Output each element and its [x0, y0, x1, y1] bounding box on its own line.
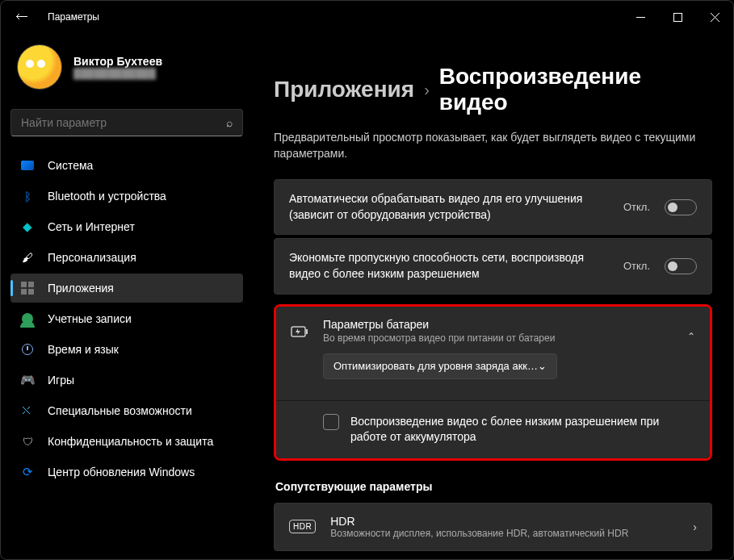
accessibility-icon: ⛌	[20, 403, 35, 418]
sync-icon: ⟳	[20, 465, 35, 479]
breadcrumb-parent[interactable]: Приложения	[274, 77, 414, 102]
nav-item-accounts[interactable]: Учетные записи	[10, 304, 243, 333]
setting-save-bandwidth: Экономьте пропускную способность сети, в…	[274, 238, 712, 294]
setting-label: Экономьте пропускную способность сети, в…	[289, 250, 609, 282]
toggle-state-text: Откл.	[623, 201, 650, 213]
page-description: Предварительный просмотр показывает, как…	[274, 130, 712, 161]
nav-list: Система ᛒBluetooth и устройства ◆Сеть и …	[10, 151, 243, 487]
battery-options-header[interactable]: Параметры батареи Во время просмотра вид…	[276, 307, 710, 384]
dropdown-value: Оптимизировать для уровня заряда акк…	[333, 360, 538, 372]
nav-item-windows-update[interactable]: ⟳Центр обновления Windows	[10, 458, 243, 487]
toggle-state-text: Откл.	[623, 260, 650, 272]
nav-item-bluetooth[interactable]: ᛒBluetooth и устройства	[10, 182, 243, 211]
chevron-right-icon: ›	[693, 520, 697, 533]
search-icon: ⌕	[226, 116, 233, 129]
nav-item-time-language[interactable]: Время и язык	[10, 335, 243, 364]
chevron-up-icon[interactable]: ⌃	[687, 318, 695, 342]
profile-name: Виктор Бухтеев	[73, 55, 162, 68]
apps-icon	[20, 281, 35, 295]
hdr-title: HDR	[330, 515, 678, 528]
toggle-save-bandwidth[interactable]	[665, 258, 697, 274]
clock-icon	[20, 342, 35, 357]
brush-icon: 🖌	[20, 250, 35, 265]
nav-item-accessibility[interactable]: ⛌Специальные возможности	[10, 396, 243, 425]
search-box[interactable]: ⌕	[10, 109, 243, 136]
window-controls	[622, 1, 733, 33]
battery-icon	[291, 318, 308, 337]
main-content: Приложения › Воспроизведение видео Предв…	[253, 33, 733, 559]
setting-auto-enhance: Автоматически обрабатывать видео для его…	[274, 179, 712, 235]
nav-item-privacy[interactable]: 🛡Конфиденциальность и защита	[10, 427, 243, 456]
profile-email: ████████████	[73, 68, 162, 79]
page-title: Воспроизведение видео	[439, 64, 712, 115]
wifi-icon: ◆	[20, 219, 35, 234]
close-button[interactable]	[696, 1, 733, 33]
gamepad-icon: 🎮	[20, 373, 35, 387]
checkbox-label: Воспроизведение видео с более низким раз…	[350, 414, 695, 445]
maximize-button[interactable]	[659, 1, 696, 33]
battery-optimize-dropdown[interactable]: Оптимизировать для уровня заряда акк… ⌄	[323, 353, 557, 379]
back-button[interactable]: 🡐	[15, 10, 28, 24]
battery-options-subtitle: Во время просмотра видео при питании от …	[323, 332, 673, 344]
svg-rect-1	[673, 13, 682, 21]
search-input[interactable]	[21, 116, 226, 129]
svg-rect-5	[306, 329, 308, 334]
checkbox-low-res-on-battery[interactable]	[323, 414, 339, 430]
chevron-right-icon: ›	[424, 81, 430, 99]
battery-options-title: Параметры батареи	[323, 318, 673, 331]
nav-item-network[interactable]: ◆Сеть и Интернет	[10, 212, 243, 241]
sidebar: Виктор Бухтеев ████████████ ⌕ Система ᛒB…	[1, 33, 253, 559]
hdr-subtitle: Возможности дисплея, использование HDR, …	[330, 528, 678, 539]
battery-low-res-row: Воспроизведение видео с более низким раз…	[276, 400, 710, 458]
nav-item-gaming[interactable]: 🎮Игры	[10, 366, 243, 395]
setting-label: Автоматически обрабатывать видео для его…	[289, 191, 609, 223]
titlebar: 🡐 Параметры	[1, 1, 733, 33]
person-icon	[20, 311, 35, 326]
related-hdr-link[interactable]: HDR HDR Возможности дисплея, использован…	[274, 503, 712, 551]
breadcrumb: Приложения › Воспроизведение видео	[274, 64, 712, 115]
toggle-auto-enhance[interactable]	[665, 199, 697, 215]
hdr-badge-icon: HDR	[289, 520, 316, 533]
avatar	[17, 44, 62, 90]
nav-item-system[interactable]: Система	[10, 151, 243, 180]
nav-item-personalization[interactable]: 🖌Персонализация	[10, 243, 243, 272]
system-icon	[20, 158, 35, 173]
app-title: Параметры	[48, 11, 99, 23]
battery-options-group: Параметры батареи Во время просмотра вид…	[274, 304, 712, 461]
shield-icon: 🛡	[20, 434, 35, 449]
minimize-button[interactable]	[622, 1, 659, 33]
chevron-down-icon: ⌄	[538, 360, 547, 372]
nav-item-apps[interactable]: Приложения	[10, 274, 243, 303]
profile-block[interactable]: Виктор Бухтеев ████████████	[10, 33, 243, 102]
related-settings-heading: Сопутствующие параметры	[275, 480, 712, 493]
bluetooth-icon: ᛒ	[20, 189, 35, 203]
